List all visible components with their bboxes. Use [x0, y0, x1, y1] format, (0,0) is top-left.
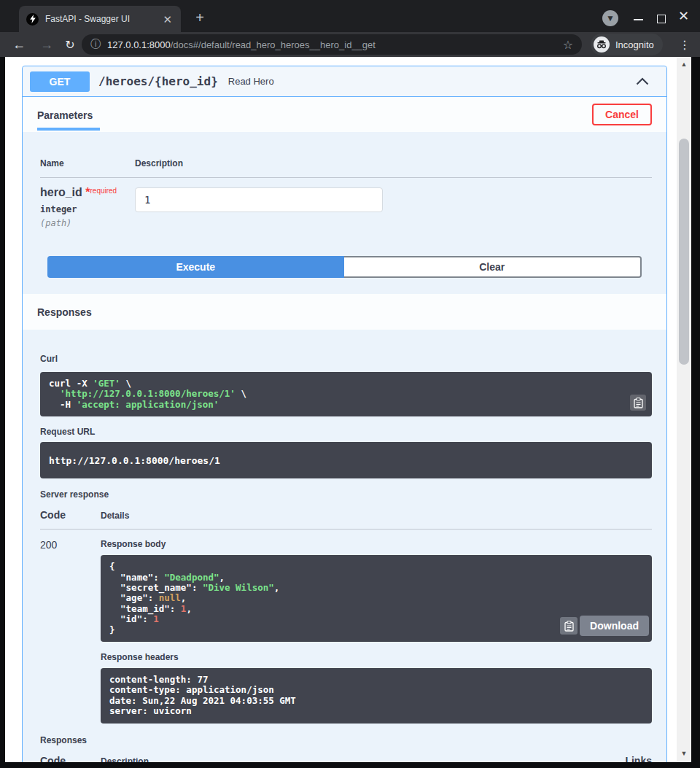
url-host: 127.0.0.1:8000 — [107, 39, 171, 50]
execute-wrapper: Execute Clear — [23, 256, 666, 294]
maximize-icon[interactable] — [657, 15, 666, 23]
swagger-page: GET /heroes/{hero_id} Read Hero Paramete… — [5, 57, 677, 762]
incognito-label: Incognito — [615, 39, 654, 50]
url-text[interactable]: 127.0.0.1:8000/docs#/default/read_hero_h… — [107, 39, 557, 50]
server-response-row: 200 Response body { "name": "Deadpond", … — [40, 530, 652, 723]
parameters-header: Parameters Cancel — [23, 97, 666, 132]
parameter-name: hero_id *required — [40, 186, 135, 199]
browser-tab[interactable]: FastAPI - Swagger UI ✕ — [19, 6, 181, 32]
request-url-label: Request URL — [40, 427, 652, 437]
opblock-get: GET /heroes/{hero_id} Read Hero Paramete… — [22, 66, 667, 762]
endpoint-summary: Read Hero — [228, 76, 636, 87]
reload-icon[interactable]: ↻ — [61, 35, 79, 54]
parameter-row: hero_id *required integer (path) — [40, 178, 652, 228]
response-body-block: { "name": "Deadpond", "secret_name": "Di… — [101, 555, 652, 642]
cancel-button[interactable]: Cancel — [592, 104, 652, 125]
request-url-value: http://127.0.0.1:8000/heroes/1 — [49, 455, 220, 466]
tab-close-icon[interactable]: ✕ — [161, 12, 174, 26]
back-icon[interactable]: ← — [9, 35, 28, 54]
bookmark-star-icon[interactable]: ☆ — [563, 38, 573, 52]
scrollbar[interactable]: ▲ ▼ — [677, 57, 691, 762]
request-url-block: http://127.0.0.1:8000/heroes/1 — [40, 442, 652, 478]
opblock-summary[interactable]: GET /heroes/{hero_id} Read Hero — [23, 66, 666, 97]
copy-icon[interactable] — [560, 617, 578, 635]
required-label: required — [90, 187, 117, 195]
code-header: Code — [40, 755, 101, 762]
responses-table-header-row: Code Description Links — [40, 745, 652, 762]
window-close-icon[interactable]: ✕ — [678, 9, 689, 23]
browser-tab-bar: FastAPI - Swagger UI ✕ + ▼ ✕ — [0, 0, 700, 32]
responses-title: Responses — [37, 306, 92, 318]
address-bar[interactable]: ⓘ 127.0.0.1:8000/docs#/default/read_hero… — [82, 34, 582, 55]
details-header: Details — [101, 511, 652, 521]
fastapi-bolt-icon — [26, 13, 39, 26]
responses-table-label: Responses — [40, 735, 652, 745]
hero-id-input[interactable] — [135, 187, 383, 212]
links-header: Links — [625, 755, 652, 762]
incognito-icon — [594, 36, 610, 53]
minimize-icon[interactable] — [634, 19, 643, 20]
execute-button[interactable]: Execute — [47, 256, 344, 278]
new-tab-icon[interactable]: + — [191, 9, 209, 26]
responses-section-header: Responses — [23, 294, 666, 330]
incognito-badge: Incognito — [591, 34, 663, 55]
col-header-description: Description — [135, 158, 652, 168]
browser-update-icon[interactable]: ▼ — [602, 10, 618, 26]
response-headers-block: content-length: 77content-type: applicat… — [101, 668, 652, 724]
tab-parameters[interactable]: Parameters — [37, 98, 100, 131]
curl-label: Curl — [40, 354, 58, 364]
description-header: Description — [101, 756, 625, 762]
scroll-up-arrow-icon[interactable]: ▲ — [677, 58, 691, 70]
download-button[interactable]: Download — [580, 616, 649, 636]
browser-toolbar: ← → ↻ ⓘ 127.0.0.1:8000/docs#/default/rea… — [0, 32, 700, 57]
parameters-table: Name Description hero_id *required integ… — [23, 132, 666, 256]
kebab-menu-icon[interactable]: ⋮ — [675, 35, 694, 54]
url-path: /docs#/default/read_hero_heroes__hero_id… — [171, 39, 376, 50]
scroll-down-arrow-icon[interactable]: ▼ — [677, 748, 691, 759]
response-body-label: Response body — [101, 539, 652, 549]
parameter-location: (path) — [40, 218, 135, 228]
curl-command-block: curl -X 'GET' \ 'http://127.0.0.1:8000/h… — [40, 372, 652, 416]
forward-icon[interactable]: → — [37, 35, 56, 54]
screenshot-root: { "browser": { "tab_title": "FastAPI - S… — [0, 0, 700, 768]
code-header: Code — [40, 509, 101, 521]
responses-body: Curl curl -X 'GET' \ 'http://127.0.0.1:8… — [23, 330, 666, 762]
chevron-up-icon[interactable] — [636, 77, 649, 85]
server-response-header-row: Code Details — [40, 500, 652, 530]
method-badge: GET — [30, 71, 90, 92]
col-header-name: Name — [40, 158, 135, 168]
endpoint-path: /heroes/{hero_id} — [98, 74, 218, 88]
parameter-type: integer — [40, 204, 135, 214]
response-headers-label: Response headers — [101, 652, 652, 662]
scrollbar-thumb[interactable] — [679, 139, 689, 365]
copy-icon[interactable] — [630, 395, 646, 411]
status-code: 200 — [40, 539, 101, 723]
info-icon[interactable]: ⓘ — [90, 38, 101, 51]
clear-button[interactable]: Clear — [344, 256, 642, 278]
server-response-label: Server response — [40, 489, 652, 500]
tab-title: FastAPI - Swagger UI — [45, 14, 161, 24]
